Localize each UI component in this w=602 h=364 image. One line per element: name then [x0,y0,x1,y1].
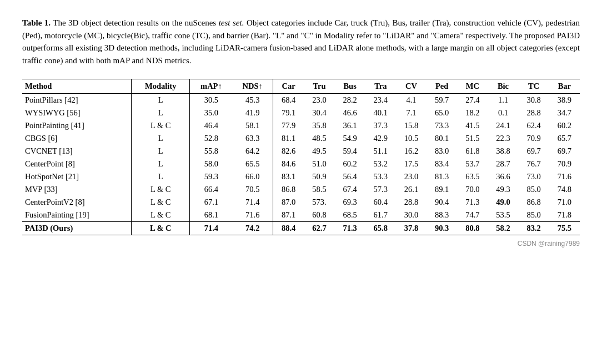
table-row: CVCNET [13]L55.864.282.649.559.451.116.2… [22,145,580,158]
table-cell: 46.6 [335,107,365,119]
caption-text1: The 3D object detection results on the n… [51,18,219,27]
table-cell: 82.6 [273,145,304,158]
table-cell: 79.1 [273,107,304,119]
table-cell: 61.7 [365,209,396,222]
table-row: PointPillars [42]L30.545.368.423.028.223… [22,94,580,107]
table-body: PointPillars [42]L30.545.368.423.028.223… [22,94,580,235]
caption-label: Table 1. [22,18,51,27]
table-cell: 26.1 [396,183,427,196]
table-cell: WYSIWYG [56] [22,107,132,119]
table-cell: 23.0 [396,170,427,183]
col-tc: TC [519,79,549,94]
table-cell: 48.5 [304,132,334,145]
table-cell: 58.1 [232,119,273,132]
table-cell: 38.8 [488,145,518,158]
table-cell: L [132,145,190,158]
table-cell: 68.1 [190,209,233,222]
table-cell: 28.8 [519,107,549,119]
table-cell: 68.4 [273,94,304,107]
table-row: PAI3D (Ours)L & C71.474.288.462.771.365.… [22,222,580,235]
table-cell: L & C [132,183,190,196]
table-cell: 53.5 [488,209,518,222]
table-cell: 71.0 [549,196,580,209]
table-header-row: Method Modality mAP↑ NDS↑ Car Tru Bus Tr… [22,79,580,94]
table-cell: 4.1 [396,94,427,107]
table-cell: 76.7 [519,158,549,170]
table-cell: 66.4 [190,183,233,196]
table-cell: 7.1 [396,107,427,119]
table-cell: 35.8 [304,119,334,132]
table-cell: 70.5 [232,183,273,196]
table-cell: FusionPainting [19] [22,209,132,222]
table-cell: 37.8 [396,222,427,235]
table-cell: 86.8 [519,196,549,209]
table-cell: 85.0 [519,209,549,222]
table-cell: 63.3 [232,132,273,145]
col-tra: Tra [365,79,396,94]
table-cell: L & C [132,196,190,209]
table-cell: 50.9 [304,170,334,183]
table-cell: 22.3 [488,132,518,145]
table-cell: 89.1 [427,183,457,196]
table-cell: 30.0 [396,209,427,222]
table-cell: 17.5 [396,158,427,170]
table-cell: L [132,94,190,107]
table-cell: 65.8 [365,222,396,235]
table-cell: 71.8 [549,209,580,222]
table-cell: 34.7 [549,107,580,119]
table-cell: CVCNET [13] [22,145,132,158]
table-cell: 71.6 [232,209,273,222]
table-cell: PointPainting [41] [22,119,132,132]
table-cell: 69.3 [335,196,365,209]
col-bar: Bar [549,79,580,94]
table-cell: 37.3 [365,119,396,132]
col-car: Car [273,79,304,94]
table-cell: 53.2 [365,158,396,170]
table-cell: 84.6 [273,158,304,170]
table-cell: 10.5 [396,132,427,145]
table-cell: 67.4 [335,183,365,196]
table-cell: 23.4 [365,94,396,107]
table-cell: 88.3 [427,209,457,222]
table-cell: 71.3 [335,222,365,235]
table-cell: 42.9 [365,132,396,145]
table-cell: 58.0 [190,158,233,170]
table-cell: MVP [33] [22,183,132,196]
table-cell: 23.0 [304,94,334,107]
table-cell: 58.5 [304,183,334,196]
table-cell: 30.4 [304,107,334,119]
table-cell: 83.1 [273,170,304,183]
table-cell: 77.9 [273,119,304,132]
table-cell: 24.1 [488,119,518,132]
table-cell: 18.2 [457,107,488,119]
table-cell: 55.8 [190,145,233,158]
table-cell: 66.0 [232,170,273,183]
table-cell: 54.9 [335,132,365,145]
table-row: MVP [33]L & C66.470.586.858.567.457.326.… [22,183,580,196]
table-cell: 53.3 [365,170,396,183]
table-cell: 60.2 [335,158,365,170]
table-cell: HotSpotNet [21] [22,170,132,183]
table-cell: 35.0 [190,107,233,119]
table-cell: 49.3 [488,183,518,196]
table-cell: 28.8 [396,196,427,209]
table-cell: 56.4 [335,170,365,183]
table-cell: 60.8 [304,209,334,222]
table-cell: 52.8 [190,132,233,145]
table-cell: 49.5 [304,145,334,158]
table-cell: 85.0 [519,183,549,196]
col-map: mAP↑ [190,79,233,94]
col-cv: CV [396,79,427,94]
table-cell: 70.0 [457,183,488,196]
table-caption: Table 1. The 3D object detection results… [22,17,580,67]
table-cell: 59.7 [427,94,457,107]
table-cell: 36.1 [335,119,365,132]
table-cell: 0.1 [488,107,518,119]
table-cell: 58.2 [488,222,518,235]
table-cell: 81.3 [427,170,457,183]
table-cell: 70.9 [519,132,549,145]
table-cell: 60.2 [549,119,580,132]
watermark: CSDN @raining7989 [22,240,580,247]
table-cell: 15.8 [396,119,427,132]
table-cell: 83.2 [519,222,549,235]
